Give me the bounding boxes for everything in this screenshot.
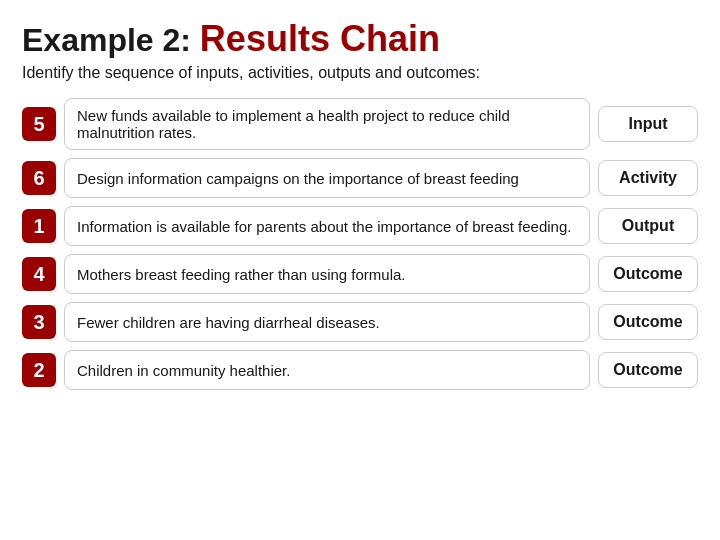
page-title: Example 2: Results Chain xyxy=(22,18,698,59)
number-badge: 4 xyxy=(22,257,56,291)
table-row: 2Children in community healthier.Outcome xyxy=(22,350,698,390)
description-box: Mothers breast feeding rather than using… xyxy=(64,254,590,294)
number-badge: 2 xyxy=(22,353,56,387)
number-badge: 3 xyxy=(22,305,56,339)
description-box: Fewer children are having diarrheal dise… xyxy=(64,302,590,342)
title-prefix: Example 2: xyxy=(22,22,200,58)
table-row: 4Mothers breast feeding rather than usin… xyxy=(22,254,698,294)
type-badge: Outcome xyxy=(598,304,698,340)
number-badge: 1 xyxy=(22,209,56,243)
table-row: 5New funds available to implement a heal… xyxy=(22,98,698,150)
rows-container: 5New funds available to implement a heal… xyxy=(22,98,698,390)
type-badge: Output xyxy=(598,208,698,244)
type-badge: Input xyxy=(598,106,698,142)
description-box: Children in community healthier. xyxy=(64,350,590,390)
table-row: 3Fewer children are having diarrheal dis… xyxy=(22,302,698,342)
subtitle: Identify the sequence of inputs, activit… xyxy=(22,63,698,84)
type-badge: Outcome xyxy=(598,256,698,292)
description-box: Design information campaigns on the impo… xyxy=(64,158,590,198)
number-badge: 5 xyxy=(22,107,56,141)
type-badge: Activity xyxy=(598,160,698,196)
description-box: Information is available for parents abo… xyxy=(64,206,590,246)
title-highlight: Results Chain xyxy=(200,18,440,59)
description-box: New funds available to implement a healt… xyxy=(64,98,590,150)
number-badge: 6 xyxy=(22,161,56,195)
table-row: 6Design information campaigns on the imp… xyxy=(22,158,698,198)
table-row: 1Information is available for parents ab… xyxy=(22,206,698,246)
type-badge: Outcome xyxy=(598,352,698,388)
